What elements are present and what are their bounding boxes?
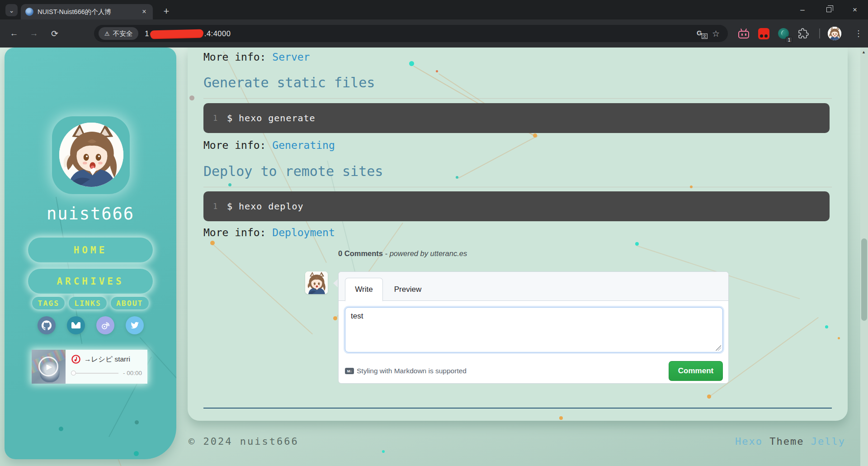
- mail-icon: [71, 322, 80, 328]
- puzzle-icon: [798, 28, 809, 39]
- particle-line: [212, 243, 313, 334]
- forward-button[interactable]: →: [26, 26, 42, 41]
- markdown-icon: M↓: [345, 368, 354, 374]
- tab-write[interactable]: Write: [345, 278, 383, 301]
- play-icon: ▶: [47, 362, 52, 371]
- back-button[interactable]: ←: [6, 26, 22, 41]
- comment-editor-tabs: Write Preview: [339, 272, 728, 301]
- toolbar-divider: [819, 29, 820, 38]
- textarea-resize-handle[interactable]: [716, 345, 721, 351]
- security-chip[interactable]: ⚠ 不安全: [99, 27, 138, 40]
- site-avatar[interactable]: [52, 116, 130, 194]
- progress-track[interactable]: [76, 373, 118, 374]
- code-block-deploy: 1 $ hexo deploy: [203, 191, 830, 221]
- translate-g: G: [697, 29, 702, 37]
- minimize-button[interactable]: –: [789, 0, 816, 19]
- translate-sub: 文: [702, 33, 708, 39]
- particle-dot: [559, 416, 563, 420]
- track-time: - 00:00: [123, 370, 142, 376]
- scroll-up-icon[interactable]: ▲: [862, 50, 866, 54]
- sidebar-item-links[interactable]: LINKS: [69, 297, 107, 309]
- play-button[interactable]: ▶: [38, 357, 58, 376]
- url-redaction: [150, 29, 203, 38]
- tab-list-chevron-icon[interactable]: ⌄: [5, 4, 18, 16]
- code-text: $ hexo generate: [227, 113, 316, 124]
- generating-link[interactable]: Generating: [272, 139, 335, 151]
- extensions-menu-button[interactable]: [796, 26, 811, 41]
- more-info-label: More info:: [203, 139, 266, 151]
- comment-textarea[interactable]: test: [345, 307, 723, 352]
- jelly-link[interactable]: Jelly: [811, 436, 845, 447]
- weibo-link[interactable]: [96, 316, 114, 334]
- tab-preview[interactable]: Preview: [383, 278, 433, 301]
- url-suffix: .4:4000: [204, 29, 231, 38]
- address-bar[interactable]: ⚠ 不安全 1 .4:4000 G 文 ☆: [94, 25, 728, 42]
- bookmark-star-icon[interactable]: ☆: [712, 29, 720, 39]
- heading-deploy-remote-sites: Deploy to remote sites: [203, 163, 832, 187]
- hexo-link[interactable]: Hexo: [735, 436, 763, 447]
- github-link[interactable]: [38, 316, 56, 334]
- comment-editor: Write Preview test M↓ Styling with Markd…: [338, 271, 729, 384]
- particle-dot: [59, 427, 63, 431]
- window-controls: – ×: [789, 0, 868, 19]
- sidebar-item-home[interactable]: HOME: [28, 238, 153, 262]
- track-title: →レシピ starri: [84, 355, 130, 364]
- more-info-label: More info:: [203, 51, 266, 63]
- particle-dot: [707, 395, 711, 399]
- tab-close-icon[interactable]: ×: [140, 8, 148, 16]
- extension-bilibili-icon[interactable]: [736, 26, 751, 41]
- tab-favicon-icon: [25, 8, 33, 16]
- server-link[interactable]: Server: [272, 51, 310, 63]
- sidebar: nuist666 HOME ARCHIVES TAGS LINKS ABOUT: [5, 48, 176, 459]
- site-avatar-image: [59, 123, 123, 187]
- email-link[interactable]: [67, 316, 85, 334]
- browser-toolbar: ← → ⟳ ⚠ 不安全 1 .4:4000 G 文 ☆ 1: [0, 19, 868, 48]
- line-number: 1: [203, 202, 227, 211]
- sidebar-item-about[interactable]: ABOUT: [111, 297, 149, 309]
- extension-red-icon[interactable]: [756, 26, 771, 41]
- deployment-link[interactable]: Deployment: [272, 227, 335, 238]
- new-tab-button[interactable]: +: [159, 4, 174, 19]
- code-block-generate: 1 $ hexo generate: [203, 103, 830, 133]
- page-scrollbar[interactable]: ▲: [860, 48, 868, 466]
- comments-count: 0 Comments: [338, 249, 383, 257]
- particle-dot: [533, 133, 537, 138]
- comment-submit-button[interactable]: Comment: [669, 361, 723, 381]
- profile-avatar[interactable]: [828, 27, 841, 40]
- particle-dot: [210, 241, 215, 245]
- progress-knob[interactable]: [71, 371, 76, 376]
- warning-icon: ⚠: [104, 30, 110, 37]
- sidebar-item-archives[interactable]: ARCHIVES: [28, 269, 153, 294]
- bilibili-tv-icon: [738, 29, 749, 38]
- social-links: [5, 316, 176, 334]
- particle-dot: [382, 450, 385, 453]
- browser-tab[interactable]: NUIST-Nuist666的个人博 ×: [21, 4, 153, 19]
- profile-avatar-image: [828, 27, 841, 40]
- translate-icon[interactable]: G 文: [697, 29, 706, 38]
- restore-button[interactable]: [816, 0, 842, 19]
- tab-title: NUIST-Nuist666的个人博: [38, 8, 111, 16]
- extension-badge: 1: [786, 37, 793, 43]
- twitter-link[interactable]: [126, 316, 144, 334]
- heading-generate-static-files: Generate static files: [203, 75, 832, 99]
- browser-menu-button[interactable]: ⋮: [852, 26, 865, 41]
- copyright: © 2024 nuist666: [189, 436, 299, 447]
- netease-music-icon: [71, 354, 81, 364]
- main-content: More info: Server Generate static files …: [188, 48, 848, 421]
- url-text: 1 .4:4000: [145, 29, 231, 38]
- extension-teal-icon[interactable]: 1: [776, 26, 791, 41]
- code-text: $ hexo deploy: [227, 201, 304, 212]
- sidebar-item-tags[interactable]: TAGS: [32, 297, 65, 309]
- close-window-button[interactable]: ×: [842, 0, 868, 19]
- commenter-avatar: [305, 271, 328, 294]
- comments-header: 0 Comments - powered by utteranc.es: [338, 249, 467, 258]
- music-player: ▶ →レシピ starri - 00:00: [32, 350, 147, 384]
- more-info-server: More info: Server: [203, 51, 310, 63]
- commenter-avatar-image: [305, 271, 328, 294]
- page-viewport: nuist666 HOME ARCHIVES TAGS LINKS ABOUT: [0, 48, 868, 466]
- sidebar-mini-nav: TAGS LINKS ABOUT: [5, 297, 176, 309]
- scrollbar-thumb[interactable]: [861, 238, 867, 321]
- reload-button[interactable]: ⟳: [47, 26, 62, 41]
- particle-dot: [409, 61, 414, 66]
- album-art: ▶: [32, 350, 66, 384]
